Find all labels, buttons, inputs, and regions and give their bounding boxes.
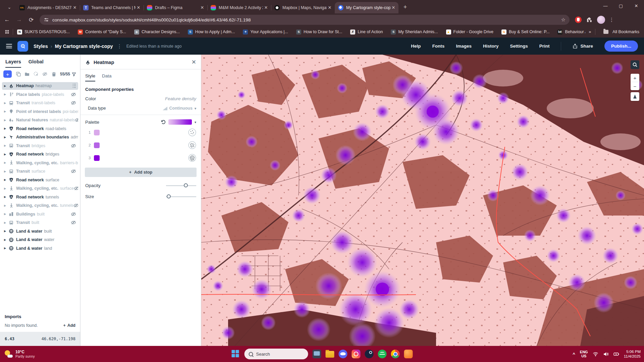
duplicate-layer-icon[interactable] — [16, 71, 21, 77]
map-canvas[interactable]: + − — [201, 55, 644, 346]
taskbar-app-icon[interactable] — [313, 350, 321, 358]
layer-row[interactable]: ▶ Transit surface — [2, 168, 78, 175]
expand-arrow-icon[interactable]: ▶ — [4, 221, 9, 224]
delete-layer-icon[interactable] — [51, 71, 56, 77]
hidden-eye-icon[interactable] — [75, 117, 78, 123]
expand-arrow-icon[interactable]: ▶ — [4, 136, 9, 139]
opacity-slider-handle[interactable] — [184, 183, 188, 187]
layer-row[interactable]: ▶ Walking, cycling, etc. barriers-bridg — [2, 159, 78, 167]
layer-row[interactable]: ▶ Walking, cycling, etc. tunnels — [2, 202, 78, 209]
hidden-eye-icon[interactable] — [71, 92, 76, 97]
expand-arrow-icon[interactable]: ▶ — [4, 161, 9, 164]
taskbar-app-icon[interactable] — [352, 350, 361, 358]
taskbar-app-icon[interactable] — [365, 350, 374, 358]
expand-arrow-icon[interactable]: ▶ — [4, 110, 9, 113]
studio-nav-link[interactable]: Fonts — [432, 44, 445, 49]
tab-close-icon[interactable]: ✕ — [390, 5, 396, 11]
layer-row[interactable]: ▶ Land & water land — [2, 244, 78, 252]
expand-arrow-icon[interactable]: ▶ — [4, 153, 9, 156]
tab-search-chevron-icon[interactable]: ⌄ — [5, 2, 14, 12]
tab-close-icon[interactable]: ✕ — [263, 5, 269, 11]
reload-button[interactable]: ⟳ — [26, 15, 36, 25]
taskbar-app-icon[interactable] — [339, 350, 347, 358]
bookmark-item[interactable]: ✦ Your Applications |... — [243, 29, 288, 35]
bookmark-item[interactable]: ✗ Line of Action — [350, 29, 383, 35]
opacity-slider[interactable] — [166, 183, 196, 188]
layer-row[interactable]: ▶ Road network surface — [2, 176, 78, 184]
hamburger-menu-icon[interactable] — [6, 44, 12, 48]
layer-row[interactable]: ▶ Land & water water — [2, 236, 78, 244]
tab-close-icon[interactable]: ✕ — [72, 5, 78, 11]
layer-row[interactable]: ▶ Road network bridges — [2, 150, 78, 158]
taskbar-app-icon[interactable] — [391, 350, 400, 358]
bookmark-item[interactable]: G Buy & Sell Online: P... — [501, 29, 549, 35]
data-type-select[interactable]: Continuous ▾ — [163, 106, 196, 111]
browser-tab[interactable]: My Cartogram style-copy | Map ✕ — [335, 2, 398, 13]
maximize-button[interactable]: ▢ — [613, 0, 629, 11]
layer-row[interactable]: ▶ Buildings built — [2, 210, 78, 218]
layer-row[interactable]: ▶ Transit bridges — [2, 142, 78, 149]
mapbox-logo[interactable] — [17, 41, 28, 52]
share-button[interactable]: Share — [573, 44, 593, 49]
bookmark-item[interactable]: ◆ Character Designs... — [134, 29, 180, 35]
hidden-eye-icon[interactable] — [73, 203, 78, 208]
palette-gradient-swatch[interactable] — [168, 119, 192, 125]
bookmark-item[interactable]: M Contents of "Daily S... — [78, 29, 126, 35]
drag-handle[interactable] — [73, 84, 76, 88]
volume-icon[interactable] — [603, 351, 609, 357]
zoom-in-button[interactable]: + — [631, 74, 639, 82]
weather-widget[interactable]: 10°C Partly sunny — [4, 346, 35, 362]
hidden-eye-icon[interactable] — [71, 100, 76, 106]
layer-row[interactable]: ▶ Transit built — [2, 219, 78, 227]
breadcrumb-styles[interactable]: Styles — [34, 44, 48, 49]
clock[interactable]: 5:06 PM 11/4/2025 — [624, 349, 641, 359]
battery-icon[interactable] — [613, 351, 619, 357]
studio-nav-link[interactable]: Print — [539, 44, 550, 49]
tab-close-icon[interactable]: ✕ — [327, 5, 333, 11]
layer-row[interactable]: ▶ Heatmap heatmap — [2, 82, 78, 90]
taskbar-app-icon[interactable] — [404, 350, 413, 358]
style-name[interactable]: My Cartogram style-copy — [55, 44, 113, 49]
bookmarks-overflow-icon[interactable]: » — [589, 29, 591, 34]
apps-grid-icon[interactable] — [5, 29, 9, 34]
expand-arrow-icon[interactable]: ▶ — [4, 187, 9, 190]
bookmark-item[interactable]: S How to Apply | Adm... — [188, 29, 235, 35]
start-button[interactable] — [231, 350, 240, 358]
hidden-eye-icon[interactable] — [74, 186, 78, 191]
browser-tab[interactable]: T Teams and Channels | Microsof ✕ — [80, 2, 144, 13]
profile-avatar[interactable] — [597, 16, 605, 24]
tab-layers[interactable]: Layers — [5, 59, 21, 68]
layer-row[interactable]: ▶ Walking, cycling, etc. surface — [2, 185, 78, 192]
all-bookmarks-label[interactable]: All Bookmarks — [612, 29, 639, 34]
expand-arrow-icon[interactable]: ▶ — [4, 213, 9, 216]
layer-row[interactable]: ▶ Transit transit-labels — [2, 99, 78, 107]
new-tab-button[interactable]: + — [400, 2, 410, 12]
browser-tab[interactable]: M&M Module 2 Activity 2 Spati ✕ — [207, 2, 271, 13]
studio-nav-link[interactable]: Images — [456, 44, 472, 49]
close-panel-icon[interactable]: ✕ — [192, 59, 196, 66]
browser-tab[interactable]: D2L Assignments - DESN27425 Inte ✕ — [16, 2, 80, 13]
bookmark-item[interactable]: S My Sheridan Admis... — [391, 29, 438, 35]
taskbar-app-icon[interactable] — [326, 351, 334, 358]
extensions-puzzle-icon[interactable] — [586, 17, 592, 23]
tab-close-icon[interactable]: ✕ — [136, 5, 142, 11]
bookmark-item[interactable]: bE Behaviour Account — [557, 29, 585, 35]
expand-arrow-icon[interactable]: ▶ — [4, 119, 9, 122]
map-search-button[interactable] — [631, 60, 639, 69]
language-indicator[interactable]: ENGUS — [580, 350, 588, 358]
minimize-button[interactable]: — — [598, 0, 613, 11]
tab-global[interactable]: Global — [29, 59, 44, 68]
taskbar-app-icon[interactable] — [378, 350, 387, 358]
bookmark-item[interactable]: N SUKI'S DISASTROUS... — [17, 29, 70, 35]
expand-arrow-icon[interactable]: ▶ — [4, 127, 9, 130]
address-bar[interactable]: console.mapbox.com/studio/styles/sodsukh… — [40, 15, 570, 25]
expand-arrow-icon[interactable]: ▶ — [4, 178, 9, 181]
expand-arrow-icon[interactable]: ▶ — [4, 102, 9, 105]
select-on-map-icon[interactable] — [34, 71, 39, 77]
layer-count[interactable]: 55/55 — [60, 72, 76, 76]
reset-palette-icon[interactable] — [160, 119, 166, 125]
stop-color-swatch[interactable] — [94, 155, 100, 161]
browser-tab[interactable]: Drafts – Figma ✕ — [144, 2, 207, 13]
layer-row[interactable]: ▶ Point of interest labels poi-labels — [2, 108, 78, 115]
tab-style[interactable]: Style — [85, 73, 95, 81]
